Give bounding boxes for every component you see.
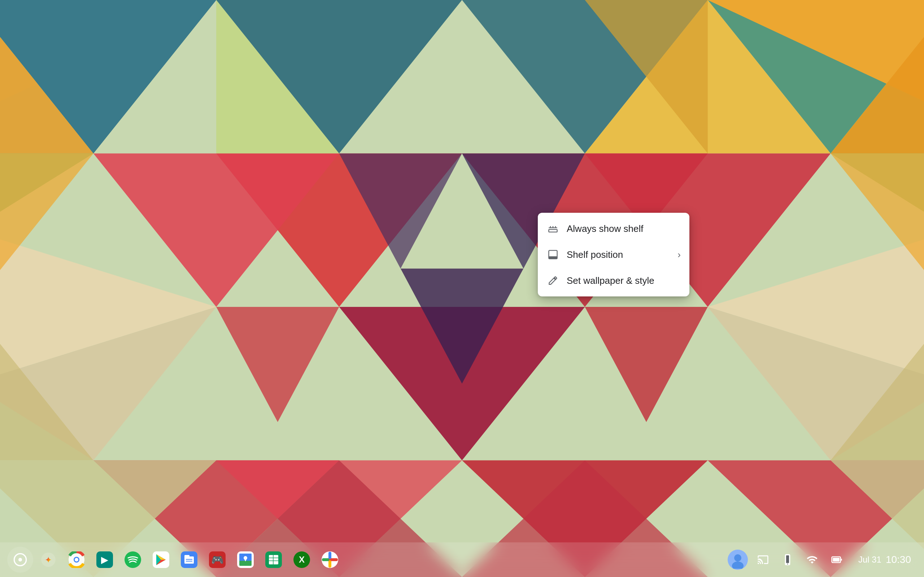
context-menu: Always show shelf Shelf position › Set w… xyxy=(538,213,690,297)
meet-icon[interactable]: ▶ xyxy=(92,547,118,573)
system-tray xyxy=(728,550,846,570)
shelf-position-item[interactable]: Shelf position › xyxy=(538,242,690,268)
svg-text:X: X xyxy=(299,554,305,564)
play-store-icon[interactable] xyxy=(148,547,174,573)
shelf-right: Jul 31 10:30 xyxy=(728,550,917,570)
svg-point-58 xyxy=(124,551,141,568)
superhot-icon[interactable]: 🎮 xyxy=(204,547,230,573)
set-wallpaper-item[interactable]: Set wallpaper & style xyxy=(538,268,690,293)
svg-point-55 xyxy=(75,558,78,561)
always-show-shelf-label: Always show shelf xyxy=(567,223,681,234)
shelf-left: ✦ ▶ xyxy=(7,547,343,573)
chevron-right-icon: › xyxy=(677,249,681,260)
wallpaper xyxy=(0,0,924,577)
photos-icon[interactable] xyxy=(317,547,343,573)
xbox-icon[interactable]: X xyxy=(289,547,315,573)
sheets-icon[interactable] xyxy=(261,547,287,573)
shelf-position-label: Shelf position xyxy=(567,249,670,260)
battery-icon[interactable] xyxy=(827,550,846,569)
svg-text:✦: ✦ xyxy=(45,555,52,565)
svg-rect-42 xyxy=(549,229,557,232)
svg-point-50 xyxy=(18,558,22,561)
date-display: Jul 31 xyxy=(858,554,881,565)
svg-point-90 xyxy=(787,564,788,565)
shelf-icon xyxy=(546,222,559,235)
svg-rect-66 xyxy=(184,555,189,558)
svg-rect-93 xyxy=(841,559,842,561)
always-show-shelf-item[interactable]: Always show shelf xyxy=(538,216,690,242)
svg-rect-77 xyxy=(269,555,278,564)
files-icon[interactable] xyxy=(176,547,202,573)
svg-rect-48 xyxy=(549,256,557,259)
phone-icon[interactable] xyxy=(778,550,797,569)
wifi-icon[interactable] xyxy=(803,550,822,569)
cast-icon[interactable] xyxy=(754,550,772,569)
maps-icon[interactable] xyxy=(233,547,258,573)
spotify-icon[interactable] xyxy=(120,547,146,573)
time-display: 10:30 xyxy=(886,554,911,566)
svg-text:🎮: 🎮 xyxy=(211,554,224,566)
svg-rect-89 xyxy=(786,555,789,563)
svg-point-86 xyxy=(734,554,741,561)
position-icon xyxy=(546,248,559,261)
svg-text:▶: ▶ xyxy=(101,554,108,565)
launcher-button[interactable] xyxy=(7,547,33,573)
shelf: ✦ ▶ xyxy=(0,542,924,577)
chrome-icon[interactable] xyxy=(63,547,89,573)
clock-area[interactable]: Jul 31 10:30 xyxy=(853,551,917,568)
assistant-icon[interactable]: ✦ xyxy=(36,547,61,573)
wallpaper-icon xyxy=(546,274,559,287)
svg-rect-92 xyxy=(833,558,840,562)
avatar[interactable] xyxy=(728,550,748,570)
set-wallpaper-label: Set wallpaper & style xyxy=(567,275,681,286)
